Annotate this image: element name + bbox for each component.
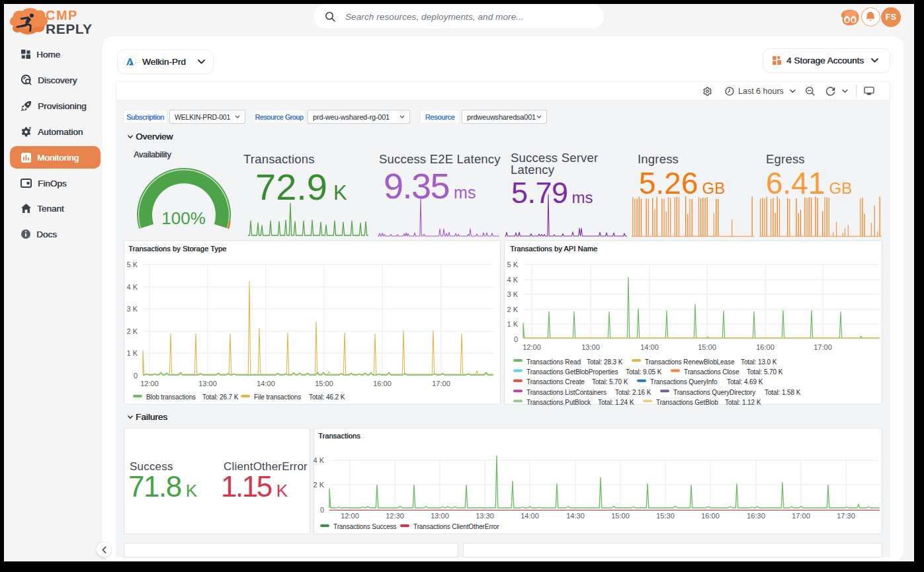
svg-text:16:00: 16:00 [701, 512, 720, 520]
svg-text:4 K: 4 K [507, 276, 518, 284]
svg-text:Transactions QueryDirectory: Transactions QueryDirectory [673, 389, 755, 396]
svg-text:REPLY: REPLY [46, 21, 93, 36]
svg-text:13:00: 13:00 [198, 380, 217, 388]
svg-text:Total: 9.05 K: Total: 9.05 K [626, 368, 662, 376]
svg-text:Transactions Success: Transactions Success [333, 523, 397, 530]
svg-text:100%: 100% [161, 208, 206, 228]
svg-text:14:30: 14:30 [566, 512, 585, 520]
svg-text:2 K: 2 K [314, 481, 325, 489]
svg-text:12:00: 12:00 [341, 512, 359, 520]
svg-text:15:30: 15:30 [656, 512, 675, 520]
svg-text:Transactions GetBlob: Transactions GetBlob [656, 399, 718, 405]
svg-text:16:00: 16:00 [373, 380, 392, 388]
svg-text:3 K: 3 K [507, 290, 518, 298]
svg-text:Transactions Create: Transactions Create [526, 378, 585, 386]
svg-text:Transactions Read: Transactions Read [526, 358, 581, 366]
svg-text:2 K: 2 K [126, 327, 138, 335]
svg-text:Total: 1.24 K: Total: 1.24 K [598, 399, 634, 405]
svg-text:0: 0 [134, 372, 138, 380]
svg-text:Total: 2.16 K: Total: 2.16 K [615, 389, 651, 396]
svg-text:CMP: CMP [46, 8, 78, 22]
svg-text:5 K: 5 K [126, 261, 138, 268]
svg-text:Blob transactions: Blob transactions [146, 393, 196, 401]
svg-text:12:00: 12:00 [140, 380, 159, 388]
svg-text:13:30: 13:30 [476, 512, 494, 520]
svg-text:File transactions: File transactions [254, 393, 301, 401]
svg-text:Total: 1.12 K: Total: 1.12 K [725, 399, 761, 405]
svg-text:4 K: 4 K [126, 283, 138, 291]
svg-text:Total: 13.0 K: Total: 13.0 K [741, 358, 777, 366]
svg-text:Total: 46.2 K: Total: 46.2 K [309, 393, 345, 401]
svg-text:Total: 26.7 K: Total: 26.7 K [202, 393, 239, 401]
svg-text:Transactions GetBlobProperties: Transactions GetBlobProperties [526, 368, 618, 376]
svg-text:Transactions PutBlock: Transactions PutBlock [526, 399, 591, 405]
svg-text:17:00: 17:00 [432, 380, 450, 388]
svg-text:16:30: 16:30 [747, 512, 765, 520]
svg-text:Total: 1.58 K: Total: 1.58 K [765, 389, 801, 396]
svg-text:Total: 5.70 K: Total: 5.70 K [747, 368, 783, 376]
svg-text:15:00: 15:00 [698, 343, 716, 351]
svg-text:1 K: 1 K [126, 349, 138, 357]
svg-text:5 K: 5 K [507, 261, 518, 268]
svg-text:12:00: 12:00 [523, 343, 541, 351]
svg-text:13:00: 13:00 [431, 512, 449, 520]
svg-text:Transactions QueryInfo: Transactions QueryInfo [650, 378, 718, 386]
svg-text:12:30: 12:30 [386, 512, 404, 520]
svg-text:Transactions ClientOtherError: Transactions ClientOtherError [413, 523, 499, 530]
svg-text:16:00: 16:00 [756, 343, 775, 351]
svg-text:0: 0 [320, 506, 324, 514]
svg-text:17:30: 17:30 [837, 512, 855, 520]
svg-text:17:00: 17:00 [814, 343, 832, 351]
svg-text:15:00: 15:00 [611, 512, 630, 520]
svg-text:Total: 5.70 K: Total: 5.70 K [592, 378, 628, 386]
svg-text:Transactions ListContainers: Transactions ListContainers [526, 389, 607, 396]
svg-text:Transactions Close: Transactions Close [684, 368, 739, 376]
svg-text:2 K: 2 K [507, 306, 518, 313]
svg-text:Transactions RenewBlobLease: Transactions RenewBlobLease [645, 358, 735, 366]
svg-text:1 K: 1 K [507, 320, 518, 328]
svg-text:4 K: 4 K [314, 456, 325, 464]
svg-text:14:00: 14:00 [257, 380, 275, 388]
svg-text:0: 0 [514, 335, 518, 343]
svg-text:15:00: 15:00 [315, 380, 333, 388]
svg-text:Total: 4.69 K: Total: 4.69 K [727, 378, 763, 386]
svg-text:14:00: 14:00 [521, 512, 539, 520]
svg-text:14:00: 14:00 [640, 343, 659, 351]
svg-text:17:00: 17:00 [792, 512, 810, 520]
svg-text:Total: 28.3 K: Total: 28.3 K [587, 358, 623, 366]
svg-text:3 K: 3 K [126, 305, 138, 313]
svg-text:13:00: 13:00 [581, 343, 600, 351]
